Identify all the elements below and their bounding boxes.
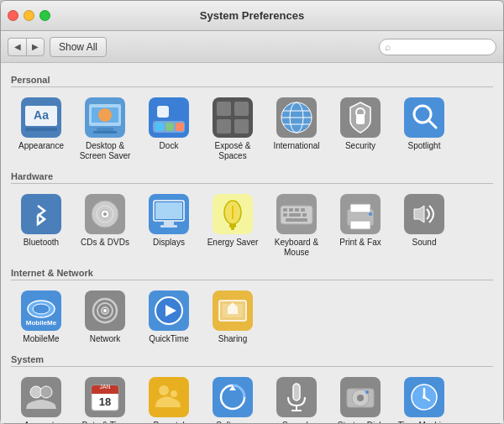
svg-point-63: [369, 212, 372, 216]
pref-item-mobileme[interactable]: MobileMeMobileMe: [11, 285, 71, 348]
svg-rect-12: [155, 123, 164, 131]
svg-rect-18: [234, 102, 249, 116]
svg-rect-43: [160, 225, 177, 228]
dock-icon: [147, 96, 191, 139]
section-system: SystemAccounts18JANDate & TimeParental C…: [11, 354, 493, 423]
pref-item-bluetooth[interactable]: Bluetooth: [11, 189, 71, 261]
security-icon: [339, 96, 382, 139]
print-fax-icon: [339, 192, 382, 236]
preferences-content: PersonalAaAppearanceDesktop & Screen Sav…: [1, 63, 503, 423]
cds-dvds-label: CDs & DVDs: [81, 238, 129, 248]
show-all-button[interactable]: Show All: [50, 37, 107, 57]
pref-item-print-fax[interactable]: Print & Fax: [330, 189, 391, 261]
svg-rect-85: [92, 390, 118, 394]
pref-item-international[interactable]: International: [266, 92, 327, 165]
back-button[interactable]: ◀: [8, 38, 26, 56]
svg-rect-94: [293, 384, 300, 400]
date-time-icon: 18JAN: [83, 375, 127, 419]
pref-item-speech[interactable]: Speech: [266, 372, 327, 423]
bluetooth-label: Bluetooth: [24, 238, 59, 248]
pref-item-cds-dvds[interactable]: CDs & DVDs: [75, 189, 135, 261]
svg-point-106: [423, 395, 426, 399]
svg-rect-46: [229, 224, 236, 228]
pref-item-security[interactable]: Security: [330, 92, 391, 165]
svg-rect-6: [97, 128, 113, 131]
svg-point-37: [103, 212, 107, 216]
keyboard-icon: [275, 192, 318, 236]
sharing-label: Sharing: [218, 334, 247, 344]
pref-item-expose[interactable]: Exposé & Spaces: [202, 92, 263, 165]
svg-point-9: [98, 108, 112, 122]
close-button[interactable]: [8, 10, 18, 21]
pref-item-energy[interactable]: Energy Saver: [202, 189, 263, 261]
svg-rect-55: [283, 213, 287, 217]
svg-point-73: [103, 309, 107, 312]
maximize-button[interactable]: [39, 10, 50, 21]
speech-icon: [275, 375, 318, 419]
svg-point-101: [365, 390, 369, 394]
svg-point-81: [40, 386, 52, 398]
sound-label: Sound: [412, 238, 437, 248]
section-items-personal: AaAppearanceDesktop & Screen SaverDockEx…: [11, 92, 493, 165]
pref-item-network[interactable]: Network: [75, 285, 135, 348]
cds-dvds-icon: [83, 192, 127, 236]
spotlight-label: Spotlight: [408, 141, 441, 151]
svg-rect-15: [157, 106, 169, 118]
pref-item-desktop[interactable]: Desktop & Screen Saver: [75, 92, 135, 165]
pref-item-parental[interactable]: Parental Controls: [139, 372, 199, 423]
pref-item-sharing[interactable]: Sharing: [202, 285, 263, 348]
minimize-button[interactable]: [24, 10, 34, 21]
pref-item-appearance[interactable]: AaAppearance: [11, 92, 71, 165]
energy-icon: [211, 192, 255, 236]
svg-text:Aa: Aa: [34, 108, 49, 122]
svg-rect-57: [302, 213, 307, 217]
search-box[interactable]: ⌕: [379, 39, 496, 55]
pref-item-accounts[interactable]: Accounts: [11, 372, 71, 423]
section-label-system: System: [11, 354, 493, 367]
svg-point-100: [357, 395, 364, 401]
international-label: International: [273, 141, 319, 151]
pref-item-startup-disk[interactable]: Startup Disk: [330, 372, 391, 423]
sharing-icon: [211, 289, 255, 332]
svg-rect-56: [289, 213, 301, 217]
svg-rect-54: [301, 208, 305, 212]
quicktime-icon: [147, 289, 191, 332]
pref-item-quicktime[interactable]: QuickTime: [139, 285, 199, 348]
svg-rect-17: [217, 102, 231, 116]
pref-item-dock[interactable]: Dock: [139, 92, 199, 165]
appearance-icon: Aa: [19, 96, 63, 139]
pref-item-software-update[interactable]: Software Update: [202, 372, 263, 423]
svg-rect-41: [155, 202, 182, 219]
section-items-internet-network: MobileMeMobileMeNetworkQuickTimeSharing: [11, 285, 493, 348]
dock-label: Dock: [160, 141, 179, 151]
svg-text:MobileMe: MobileMe: [26, 319, 57, 327]
section-items-hardware: BluetoothCDs & DVDsDisplaysEnergy SaverK…: [11, 189, 493, 261]
system-preferences-window: System Preferences ◀ ▶ Show All ⌕ Person…: [0, 0, 504, 424]
pref-item-keyboard[interactable]: Keyboard & Mouse: [266, 189, 327, 261]
pref-item-sound[interactable]: Sound: [394, 189, 454, 261]
speech-label: Speech: [282, 421, 311, 423]
mobileme-icon: MobileMe: [19, 289, 63, 332]
forward-button[interactable]: ▶: [26, 38, 45, 56]
network-label: Network: [90, 334, 121, 344]
pref-item-displays[interactable]: Displays: [139, 189, 199, 261]
svg-rect-52: [289, 208, 293, 212]
mobileme-label: MobileMe: [23, 334, 59, 344]
pref-item-date-time[interactable]: 18JANDate & Time: [75, 372, 135, 423]
svg-rect-19: [217, 119, 231, 133]
startup-disk-label: Startup Disk: [338, 421, 383, 423]
sound-icon: [402, 192, 446, 236]
expose-icon: [211, 96, 255, 139]
svg-rect-61: [350, 204, 370, 212]
pref-item-spotlight[interactable]: Spotlight: [394, 92, 454, 165]
print-fax-label: Print & Fax: [339, 238, 381, 248]
displays-label: Displays: [153, 238, 185, 248]
svg-rect-30: [404, 97, 444, 138]
time-machine-icon: [402, 375, 446, 419]
svg-rect-7: [93, 131, 117, 133]
pref-item-time-machine[interactable]: Time Machine: [394, 372, 454, 423]
svg-rect-62: [350, 221, 370, 229]
network-icon: [83, 289, 127, 332]
svg-rect-42: [164, 222, 174, 225]
svg-rect-47: [231, 228, 234, 230]
